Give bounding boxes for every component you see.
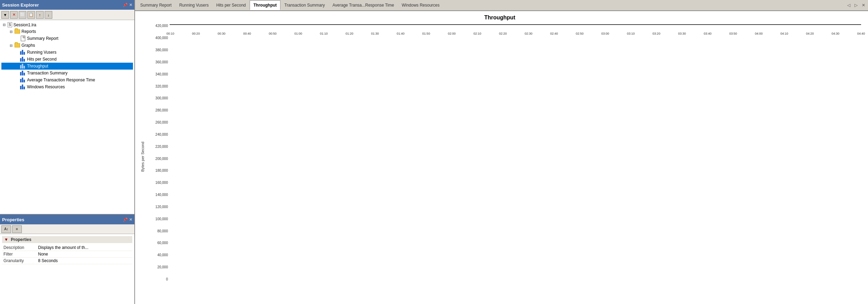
tree-hits-per-second[interactable]: Hits per Second	[1, 56, 133, 63]
tab-hits-per-second[interactable]: Hits per Second	[213, 0, 250, 10]
tab-avg-trans-rt[interactable]: Average Transa...Response Time	[329, 0, 398, 10]
svg-rect-83	[786, 24, 788, 26]
y-tick: 260,000	[145, 121, 168, 124]
properties-panel: Properties 📌 ✕ A↕ ≡ ▼ Properties Descrip…	[0, 214, 134, 304]
tabs-nav-close[interactable]: ✕	[860, 2, 867, 8]
prop-section-label: Properties	[11, 237, 31, 242]
x-tick: 04:00	[755, 32, 763, 35]
reports-label: Reports	[21, 29, 36, 34]
x-tick: 02:10	[473, 32, 481, 35]
svg-rect-72	[580, 24, 582, 26]
y-tick: 20,000	[145, 266, 168, 269]
tab-transaction-summary[interactable]: Transaction Summary	[280, 0, 329, 10]
svg-rect-59	[338, 24, 340, 26]
svg-rect-53	[225, 24, 227, 26]
expand-atrt-icon	[15, 78, 19, 82]
tree-avg-trans-rt[interactable]: Average Transaction Response Time	[1, 77, 133, 83]
y-tick: 420,000	[145, 24, 168, 28]
toolbar-x-btn[interactable]: ✕	[10, 11, 18, 19]
svg-rect-57	[300, 24, 302, 26]
svg-rect-71	[562, 24, 564, 26]
prop-alpha-btn[interactable]: A↕	[1, 225, 11, 233]
tabs-nav-right[interactable]: ▷	[853, 2, 859, 8]
y-axis-label: Bytes per Second	[138, 24, 145, 289]
y-tick: 360,000	[145, 61, 168, 64]
svg-rect-73	[599, 24, 601, 26]
toolbar-up-btn[interactable]: ↑	[36, 11, 44, 19]
y-tick: 280,000	[145, 109, 168, 112]
y-tick: 80,000	[145, 230, 168, 233]
session-explorer-panel: Session Explorer 📌 ✕ ▼ ✕ ⬜ 📋 ↑ ↓ ⊟ S Ses…	[0, 0, 135, 304]
svg-rect-81	[749, 24, 751, 26]
properties-title: Properties	[2, 217, 24, 222]
prop-pin-icon[interactable]: 📌	[123, 217, 128, 222]
running-vusers-label: Running Vusers	[27, 50, 56, 55]
panel-header-icons: 📌 ✕	[123, 3, 132, 7]
svg-rect-64	[431, 24, 433, 26]
y-tick: 120,000	[145, 205, 168, 209]
tree-running-vusers[interactable]: Running Vusers	[1, 49, 133, 56]
x-tick: 04:30	[832, 32, 840, 35]
y-tick: 160,000	[145, 181, 168, 185]
summary-report-label: Summary Report	[27, 36, 59, 41]
properties-header: Properties 📌 ✕	[0, 215, 134, 224]
tabs-nav-left[interactable]: ◁	[846, 2, 852, 8]
folder-graphs-icon	[15, 43, 20, 48]
x-tick: 03:00	[601, 32, 609, 35]
close-panel-icon[interactable]: ✕	[129, 3, 132, 7]
prop-header-icons: 📌 ✕	[123, 217, 132, 222]
prop-collapse-icon[interactable]: ▼	[4, 237, 8, 242]
tree-transaction-summary[interactable]: Transaction Summary	[1, 70, 133, 77]
expand-summary-icon	[15, 37, 19, 41]
tab-throughput-label: Throughput	[253, 3, 277, 8]
prop-label-filter: Filter	[3, 252, 38, 257]
x-tick: 02:00	[448, 32, 456, 35]
toolbar-down-btn[interactable]: ↓	[45, 11, 52, 19]
toolbar-copy-btn[interactable]: 📋	[27, 11, 35, 19]
tab-throughput[interactable]: Throughput	[250, 0, 280, 10]
expand-wr-icon	[15, 85, 19, 89]
tab-summary-report[interactable]: Summary Report	[136, 0, 176, 10]
tree-reports-folder[interactable]: ⊟ Reports	[1, 28, 133, 35]
expand-tp-icon	[15, 64, 19, 68]
prop-close-icon[interactable]: ✕	[129, 217, 132, 222]
prop-value-filter: None	[38, 252, 48, 257]
y-tick: 200,000	[145, 157, 168, 161]
prop-value-description: Displays the amount of th...	[38, 245, 88, 250]
prop-list-btn[interactable]: ≡	[12, 225, 22, 233]
tab-avg-trans-rt-label: Average Transa...Response Time	[332, 3, 394, 8]
chart-ts-icon	[20, 70, 26, 76]
prop-content: ▼ Properties Description Displays the am…	[0, 234, 134, 304]
tab-windows-resources[interactable]: Windows Resources	[398, 0, 443, 10]
toolbar-new-btn[interactable]: ⬜	[19, 11, 26, 19]
pin-icon[interactable]: 📌	[123, 3, 128, 7]
folder-reports-icon	[15, 29, 20, 34]
y-tick: 400,000	[145, 36, 168, 40]
expand-root-icon: ⊟	[2, 23, 6, 27]
tab-summary-report-label: Summary Report	[140, 3, 172, 8]
tab-running-vusers[interactable]: Running Vusers	[176, 0, 213, 10]
toolbar-arrow-btn[interactable]: ▼	[1, 11, 9, 19]
x-tick: 02:30	[525, 32, 533, 35]
x-tick: 01:50	[422, 32, 430, 35]
tree-summary-report[interactable]: Summary Report	[1, 35, 133, 42]
tab-hits-per-second-label: Hits per Second	[216, 3, 246, 8]
tree-root[interactable]: ⊟ S Session1.lra	[1, 21, 133, 28]
x-tick: 02:40	[550, 32, 558, 35]
session-icon: S	[8, 22, 12, 27]
tree-throughput[interactable]: Throughput	[1, 63, 133, 70]
right-panel: Summary Report Running Vusers Hits per S…	[135, 0, 868, 304]
chart-plot-wrapper: 020,00040,00060,00080,000100,000120,0001…	[145, 24, 861, 289]
session-explorer-toolbar: ▼ ✕ ⬜ 📋 ↑ ↓	[0, 10, 134, 20]
svg-rect-50	[169, 24, 171, 26]
tree-windows-resources[interactable]: Windows Resources	[1, 83, 133, 90]
tree-graphs-folder[interactable]: ⊟ Graphs	[1, 42, 133, 49]
svg-rect-74	[618, 24, 620, 26]
x-tick: 01:30	[371, 32, 379, 35]
svg-rect-82	[767, 24, 769, 26]
chart-atrt-icon	[20, 77, 26, 83]
graphs-label: Graphs	[21, 43, 35, 48]
svg-rect-70	[543, 24, 545, 26]
x-tick: 00:40	[243, 32, 251, 35]
svg-rect-65	[450, 24, 452, 26]
